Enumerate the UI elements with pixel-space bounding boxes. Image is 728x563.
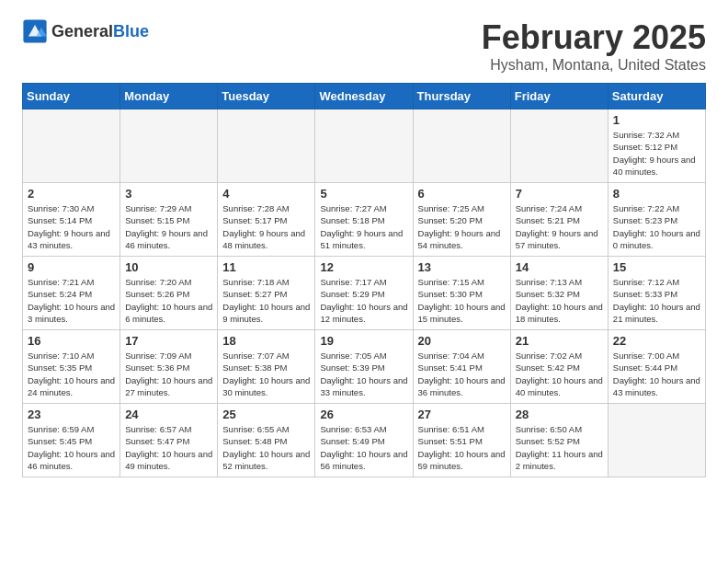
calendar-cell: 12Sunrise: 7:17 AM Sunset: 5:29 PM Dayli… [315, 257, 413, 330]
day-number: 3 [125, 187, 212, 201]
calendar-cell: 20Sunrise: 7:04 AM Sunset: 5:41 PM Dayli… [413, 330, 510, 404]
calendar-week-row: 23Sunrise: 6:59 AM Sunset: 5:45 PM Dayli… [23, 404, 706, 477]
calendar-title: February 2025 [482, 18, 706, 57]
calendar-table: SundayMondayTuesdayWednesdayThursdayFrid… [22, 83, 706, 477]
weekday-header-wednesday: Wednesday [315, 84, 413, 109]
day-number: 1 [613, 113, 700, 127]
logo-blue: Blue [113, 22, 149, 40]
calendar-cell: 24Sunrise: 6:57 AM Sunset: 5:47 PM Dayli… [120, 404, 218, 477]
day-info: Sunrise: 7:10 AM Sunset: 5:35 PM Dayligh… [28, 350, 115, 398]
day-number: 9 [28, 260, 115, 274]
day-info: Sunrise: 7:17 AM Sunset: 5:29 PM Dayligh… [320, 276, 407, 325]
calendar-cell [608, 404, 705, 477]
weekday-header-thursday: Thursday [413, 84, 510, 109]
logo: GeneralBlue [22, 18, 149, 44]
day-number: 23 [28, 408, 115, 421]
calendar-cell: 16Sunrise: 7:10 AM Sunset: 5:35 PM Dayli… [23, 330, 120, 404]
calendar-cell: 1Sunrise: 7:32 AM Sunset: 5:12 PM Daylig… [608, 109, 705, 183]
day-number: 7 [516, 187, 603, 201]
day-number: 26 [320, 408, 407, 421]
weekday-header-tuesday: Tuesday [218, 84, 315, 109]
calendar-cell: 18Sunrise: 7:07 AM Sunset: 5:38 PM Dayli… [218, 330, 315, 404]
day-info: Sunrise: 7:13 AM Sunset: 5:32 PM Dayligh… [516, 276, 603, 325]
calendar-cell [218, 109, 315, 183]
day-info: Sunrise: 7:00 AM Sunset: 5:44 PM Dayligh… [613, 350, 700, 398]
day-info: Sunrise: 7:04 AM Sunset: 5:41 PM Dayligh… [418, 350, 506, 398]
day-info: Sunrise: 7:12 AM Sunset: 5:33 PM Dayligh… [613, 276, 700, 325]
day-info: Sunrise: 7:18 AM Sunset: 5:27 PM Dayligh… [222, 276, 310, 325]
day-number: 28 [516, 408, 603, 421]
calendar-cell: 27Sunrise: 6:51 AM Sunset: 5:51 PM Dayli… [413, 404, 510, 477]
day-number: 11 [222, 260, 310, 274]
day-number: 22 [613, 334, 700, 348]
calendar-cell [120, 109, 218, 183]
day-info: Sunrise: 7:25 AM Sunset: 5:20 PM Dayligh… [418, 202, 506, 251]
weekday-header-row: SundayMondayTuesdayWednesdayThursdayFrid… [23, 84, 706, 109]
calendar-cell: 26Sunrise: 6:53 AM Sunset: 5:49 PM Dayli… [315, 404, 413, 477]
calendar-cell: 15Sunrise: 7:12 AM Sunset: 5:33 PM Dayli… [608, 257, 705, 330]
day-info: Sunrise: 7:22 AM Sunset: 5:23 PM Dayligh… [613, 202, 700, 251]
day-info: Sunrise: 7:20 AM Sunset: 5:26 PM Dayligh… [125, 276, 212, 325]
weekday-header-friday: Friday [510, 84, 608, 109]
day-number: 17 [125, 334, 212, 348]
calendar-cell: 4Sunrise: 7:28 AM Sunset: 5:17 PM Daylig… [218, 183, 315, 257]
day-number: 19 [320, 334, 407, 348]
day-number: 5 [320, 187, 407, 201]
calendar-cell: 25Sunrise: 6:55 AM Sunset: 5:48 PM Dayli… [218, 404, 315, 477]
day-number: 15 [613, 260, 700, 274]
calendar-week-row: 9Sunrise: 7:21 AM Sunset: 5:24 PM Daylig… [23, 257, 706, 330]
day-number: 6 [418, 187, 506, 201]
day-number: 25 [222, 408, 310, 421]
calendar-cell: 9Sunrise: 7:21 AM Sunset: 5:24 PM Daylig… [23, 257, 120, 330]
calendar-cell: 21Sunrise: 7:02 AM Sunset: 5:42 PM Dayli… [510, 330, 608, 404]
calendar-cell: 2Sunrise: 7:30 AM Sunset: 5:14 PM Daylig… [23, 183, 120, 257]
calendar-cell: 14Sunrise: 7:13 AM Sunset: 5:32 PM Dayli… [510, 257, 608, 330]
calendar-cell: 28Sunrise: 6:50 AM Sunset: 5:52 PM Dayli… [510, 404, 608, 477]
day-number: 12 [320, 260, 407, 274]
calendar-cell: 7Sunrise: 7:24 AM Sunset: 5:21 PM Daylig… [510, 183, 608, 257]
title-area: February 2025 Hysham, Montana, United St… [482, 18, 706, 74]
day-number: 18 [222, 334, 310, 348]
day-number: 10 [125, 260, 212, 274]
calendar-week-row: 1Sunrise: 7:32 AM Sunset: 5:12 PM Daylig… [23, 109, 706, 183]
day-number: 24 [125, 408, 212, 421]
day-number: 8 [613, 187, 700, 201]
calendar-cell: 23Sunrise: 6:59 AM Sunset: 5:45 PM Dayli… [23, 404, 120, 477]
day-info: Sunrise: 6:59 AM Sunset: 5:45 PM Dayligh… [28, 423, 115, 472]
day-number: 27 [418, 408, 506, 421]
calendar-cell: 13Sunrise: 7:15 AM Sunset: 5:30 PM Dayli… [413, 257, 510, 330]
day-number: 2 [28, 187, 115, 201]
calendar-cell: 10Sunrise: 7:20 AM Sunset: 5:26 PM Dayli… [120, 257, 218, 330]
day-info: Sunrise: 7:27 AM Sunset: 5:18 PM Dayligh… [320, 202, 407, 251]
calendar-week-row: 16Sunrise: 7:10 AM Sunset: 5:35 PM Dayli… [23, 330, 706, 404]
weekday-header-monday: Monday [120, 84, 218, 109]
calendar-cell [315, 109, 413, 183]
calendar-cell: 3Sunrise: 7:29 AM Sunset: 5:15 PM Daylig… [120, 183, 218, 257]
calendar-week-row: 2Sunrise: 7:30 AM Sunset: 5:14 PM Daylig… [23, 183, 706, 257]
page-header: GeneralBlue February 2025 Hysham, Montan… [22, 18, 706, 74]
day-info: Sunrise: 6:53 AM Sunset: 5:49 PM Dayligh… [320, 423, 407, 472]
day-info: Sunrise: 7:24 AM Sunset: 5:21 PM Dayligh… [516, 202, 603, 251]
calendar-cell: 6Sunrise: 7:25 AM Sunset: 5:20 PM Daylig… [413, 183, 510, 257]
day-info: Sunrise: 7:02 AM Sunset: 5:42 PM Dayligh… [516, 350, 603, 398]
calendar-cell: 5Sunrise: 7:27 AM Sunset: 5:18 PM Daylig… [315, 183, 413, 257]
calendar-cell [510, 109, 608, 183]
calendar-cell: 11Sunrise: 7:18 AM Sunset: 5:27 PM Dayli… [218, 257, 315, 330]
logo-text: GeneralBlue [51, 22, 149, 41]
day-info: Sunrise: 7:07 AM Sunset: 5:38 PM Dayligh… [222, 350, 310, 398]
calendar-cell: 22Sunrise: 7:00 AM Sunset: 5:44 PM Dayli… [608, 330, 705, 404]
day-info: Sunrise: 7:21 AM Sunset: 5:24 PM Dayligh… [28, 276, 115, 325]
calendar-cell [23, 109, 120, 183]
calendar-cell [413, 109, 510, 183]
weekday-header-saturday: Saturday [608, 84, 705, 109]
calendar-subtitle: Hysham, Montana, United States [482, 57, 706, 74]
day-info: Sunrise: 7:09 AM Sunset: 5:36 PM Dayligh… [125, 350, 212, 398]
day-number: 14 [516, 260, 603, 274]
weekday-header-sunday: Sunday [23, 84, 120, 109]
day-number: 16 [28, 334, 115, 348]
day-info: Sunrise: 6:51 AM Sunset: 5:51 PM Dayligh… [418, 423, 506, 472]
day-info: Sunrise: 7:32 AM Sunset: 5:12 PM Dayligh… [613, 129, 700, 178]
logo-general: General [51, 22, 113, 40]
day-info: Sunrise: 7:30 AM Sunset: 5:14 PM Dayligh… [28, 202, 115, 251]
day-number: 20 [418, 334, 506, 348]
